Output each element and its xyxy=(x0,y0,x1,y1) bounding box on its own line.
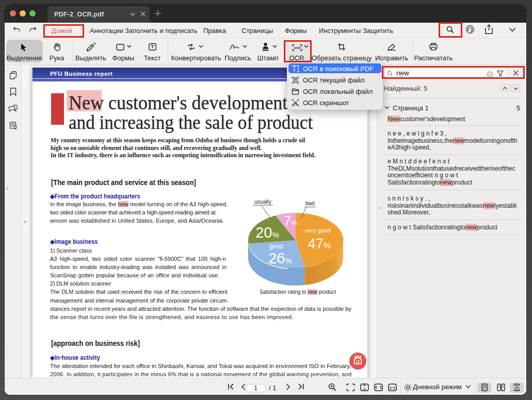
svg-text:bad: bad xyxy=(305,200,315,206)
svg-text:1:1: 1:1 xyxy=(390,386,395,390)
svg-text:good: good xyxy=(269,243,283,250)
svg-text:OCR: OCR xyxy=(294,46,301,49)
svg-text:usually: usually xyxy=(254,198,271,205)
svg-text:very good: very good xyxy=(305,227,331,234)
